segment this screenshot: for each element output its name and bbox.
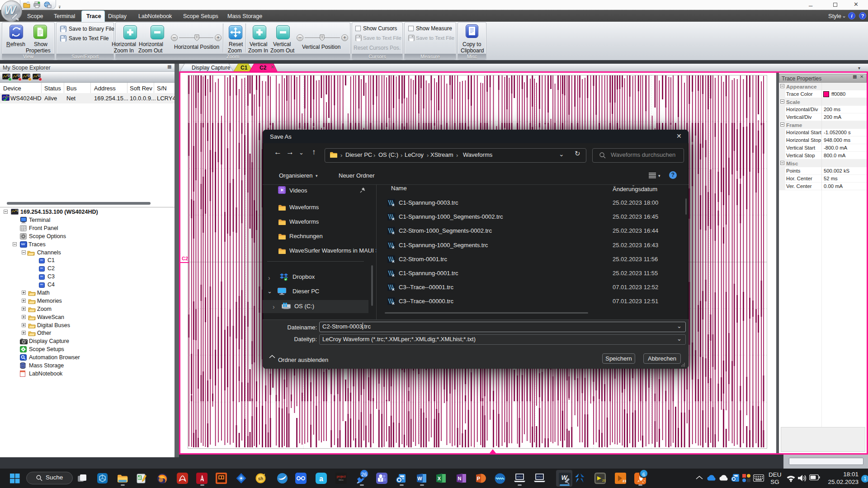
svg-text:W: W [417, 476, 422, 481]
svg-text:N: N [458, 476, 462, 481]
svg-text:21: 21 [623, 479, 626, 483]
svg-text:X: X [438, 476, 441, 481]
svg-text:MAUI: MAUI [537, 475, 542, 478]
svg-text:sh: sh [258, 476, 264, 481]
svg-text:20: 20 [602, 479, 606, 482]
svg-text:MAUI: MAUI [517, 475, 523, 478]
svg-text:T: T [379, 478, 382, 482]
svg-text:libre: libre [339, 479, 343, 481]
svg-text:a: a [319, 475, 323, 483]
svg-text:P: P [477, 476, 480, 481]
svg-text:project: project [337, 475, 346, 479]
